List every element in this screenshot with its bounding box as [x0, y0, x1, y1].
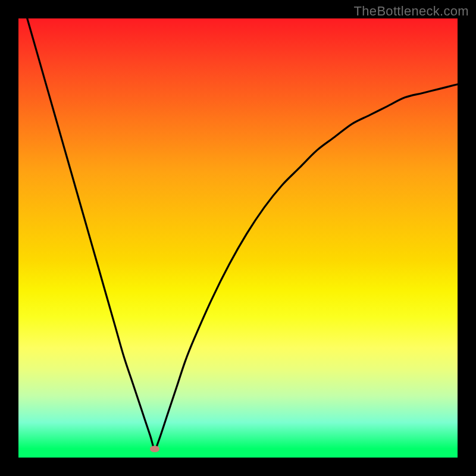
chart-plot-area: [18, 18, 458, 458]
watermark-text: TheBottleneck.com: [354, 4, 469, 19]
optimal-point-marker: [150, 446, 159, 452]
bottleneck-curve: [18, 18, 458, 458]
